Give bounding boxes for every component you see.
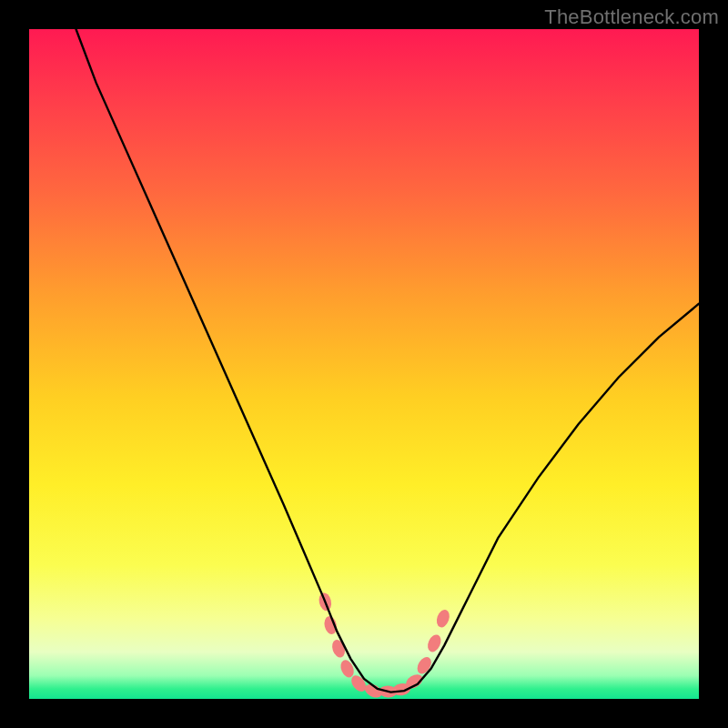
- chart-svg: [29, 29, 699, 699]
- curve-path: [76, 29, 699, 693]
- marker-dot: [414, 654, 434, 676]
- chart-frame: TheBottleneck.com: [0, 0, 728, 728]
- plot-area: [29, 29, 699, 699]
- marker-dot: [434, 608, 451, 629]
- markers-group: [318, 592, 452, 699]
- watermark-text: TheBottleneck.com: [544, 5, 719, 29]
